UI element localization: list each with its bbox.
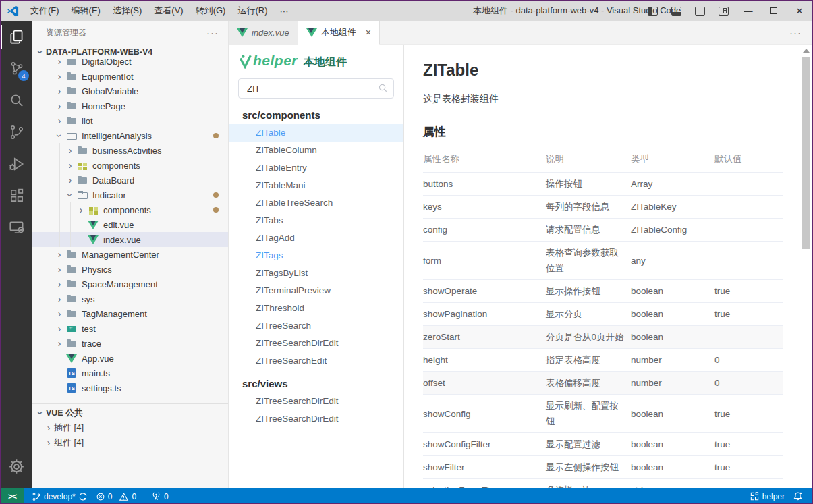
chevron-right-icon: › [54, 339, 65, 348]
scrollbar-thumb[interactable] [802, 57, 810, 249]
tree-item-ManagementCenter[interactable]: ›ManagementCenter [32, 247, 228, 262]
column-header: 属性名称 [423, 146, 546, 173]
tree-item-SpaceManagement[interactable]: ›SpaceManagement [32, 277, 228, 291]
component-item-ZITable[interactable]: ZITable [229, 124, 403, 142]
props-table-row: showPagination显示分页booleantrue [423, 303, 783, 326]
component-item-ZITerminalPreview[interactable]: ZITerminalPreview [229, 282, 403, 300]
props-table-row: keys每列的字段信息ZITableKey [423, 196, 783, 219]
close-tab-icon[interactable]: × [366, 28, 371, 37]
tree-item-插件 [4][interactable]: ›插件 [4] [32, 420, 228, 435]
tree-item-Indicator[interactable]: ›Indicator [32, 188, 228, 202]
menu-view[interactable]: 查看(V) [148, 3, 189, 19]
component-item-ZITreeSearchDirEdit[interactable]: ZITreeSearchDirEdit [229, 410, 403, 428]
tree-item-iiot[interactable]: ›iiot [32, 113, 228, 128]
component-item-ZITagAdd[interactable]: ZITagAdd [229, 229, 403, 247]
branch-status[interactable]: develop* [28, 492, 92, 501]
search-icon [378, 83, 388, 93]
tree-item-settings.ts[interactable]: settings.ts [32, 381, 228, 395]
menu-edit[interactable]: 编辑(E) [65, 3, 107, 19]
tab-index-vue[interactable]: index.vue [229, 21, 298, 44]
component-item-ZITableTreeSearch[interactable]: ZITableTreeSearch [229, 194, 403, 212]
component-item-ZITreeSearchDirEdit[interactable]: ZITreeSearchDirEdit [229, 335, 403, 352]
component-item-ZITreeSearchEdit[interactable]: ZITreeSearchEdit [229, 352, 403, 370]
components-icon [77, 160, 88, 171]
tree-item-test[interactable]: ›test [32, 321, 228, 336]
tree-item-components[interactable]: ›components [32, 202, 228, 217]
component-item-ZITreeSearchDirEdit[interactable]: ZITreeSearchDirEdit [229, 393, 403, 410]
tree-item-GlobalVariable[interactable]: ›GlobalVariable [32, 84, 228, 99]
component-item-ZITabs[interactable]: ZITabs [229, 212, 403, 229]
tree-item-TagManagement[interactable]: ›TagManagement [32, 306, 228, 321]
tree-item-组件 [4][interactable]: ›组件 [4] [32, 435, 228, 450]
chevron-right-icon: › [54, 294, 65, 304]
menu-selection[interactable]: 选择(S) [107, 3, 148, 19]
source-control-icon[interactable] [1, 116, 32, 148]
tree-item-label: main.ts [82, 368, 110, 379]
menu-go[interactable]: 转到(G) [190, 3, 232, 19]
folder-icon [66, 71, 77, 82]
tree-item-index.vue[interactable]: index.vue [32, 232, 228, 247]
chevron-down-icon: › [65, 190, 75, 200]
vue-common-header[interactable]: › VUE 公共 [32, 405, 228, 420]
scroll-up-arrow-icon[interactable] [803, 49, 810, 53]
tree-item-EquipmentIot[interactable]: ›EquipmentIot [32, 69, 228, 84]
prop-desc-cell: 显示左侧操作按钮 [546, 456, 631, 479]
split-editor-icon[interactable] [695, 7, 705, 16]
run-debug-icon[interactable] [1, 148, 32, 179]
folder-icon [66, 293, 77, 304]
component-item-ZITableColumn[interactable]: ZITableColumn [229, 142, 403, 159]
project-root-header[interactable]: › DATA-PLATFORM-WEB-V4 [32, 45, 228, 59]
component-item-ZITagsByList[interactable]: ZITagsByList [229, 264, 403, 282]
tree-item-sys[interactable]: ›sys [32, 291, 228, 306]
ports-count: 0 [164, 492, 169, 501]
folder-icon [66, 308, 77, 319]
menu-run[interactable]: 运行(R) [231, 3, 273, 19]
prop-name-cell: keys [423, 196, 546, 219]
toggle-panel-icon[interactable] [671, 7, 681, 16]
component-item-ZITableEntry[interactable]: ZITableEntry [229, 159, 403, 177]
indent-guide [54, 188, 65, 202]
remote-explorer-icon[interactable] [1, 211, 32, 243]
tree-item-components[interactable]: ›components [32, 158, 228, 173]
close-button[interactable]: ✕ [787, 1, 812, 21]
tree-item-HomePage[interactable]: ›HomePage [32, 99, 228, 113]
tree-item-trace[interactable]: ›trace [32, 336, 228, 351]
minimize-button[interactable]: — [735, 1, 761, 21]
tree-item-label: trace [82, 339, 101, 349]
menu-overflow[interactable]: ··· [273, 4, 294, 18]
editor-more-actions-icon[interactable]: ··· [779, 27, 812, 38]
prop-name-cell: buttons [423, 173, 546, 196]
tree-item-IntelligentAnalysis[interactable]: ›IntelligentAnalysis [32, 128, 228, 143]
settings-gear-icon[interactable] [1, 451, 32, 482]
component-item-ZITags[interactable]: ZITags [229, 247, 403, 264]
remote-indicator[interactable]: >< [1, 488, 24, 504]
component-item-ZIThreshold[interactable]: ZIThreshold [229, 300, 403, 317]
tree-item-Physics[interactable]: ›Physics [32, 262, 228, 277]
graph-view-icon[interactable]: 4 [1, 53, 32, 84]
problems-status[interactable]: 0 0 [92, 492, 140, 501]
notifications-bell[interactable] [789, 491, 807, 501]
tree-item-App.vue[interactable]: App.vue [32, 351, 228, 366]
ports-status[interactable]: 0 [147, 491, 173, 501]
tree-item-main.ts[interactable]: main.ts [32, 366, 228, 381]
component-search-input[interactable] [238, 78, 394, 99]
sidebar-more-actions-icon[interactable]: ··· [206, 27, 219, 38]
search-icon[interactable] [1, 84, 32, 116]
explorer-icon[interactable] [1, 21, 32, 53]
toggle-sidebar-icon[interactable] [648, 7, 658, 16]
tree-item-edit.vue[interactable]: edit.vue [32, 217, 228, 232]
tree-item-businessActivities[interactable]: ›businessActivities [32, 143, 228, 158]
extensions-icon[interactable] [1, 179, 32, 211]
helper-status[interactable]: helper [746, 491, 789, 501]
component-item-ZITreeSearch[interactable]: ZITreeSearch [229, 317, 403, 335]
tree-item-DataBoard[interactable]: ›DataBoard [32, 173, 228, 188]
component-item-ZITableMani[interactable]: ZITableMani [229, 177, 403, 194]
menu-file[interactable]: 文件(F) [24, 3, 65, 19]
prop-type-cell: any [631, 242, 714, 280]
props-table-row: zeroStart分页是否从0页开始boolean [423, 326, 783, 349]
maximize-button[interactable] [761, 1, 787, 21]
folder-icon [66, 279, 77, 289]
helper-brand: helper 本地组件 [229, 53, 403, 69]
customize-layout-icon[interactable] [719, 7, 729, 16]
tab-local-components[interactable]: 本地组件 × [298, 21, 380, 45]
